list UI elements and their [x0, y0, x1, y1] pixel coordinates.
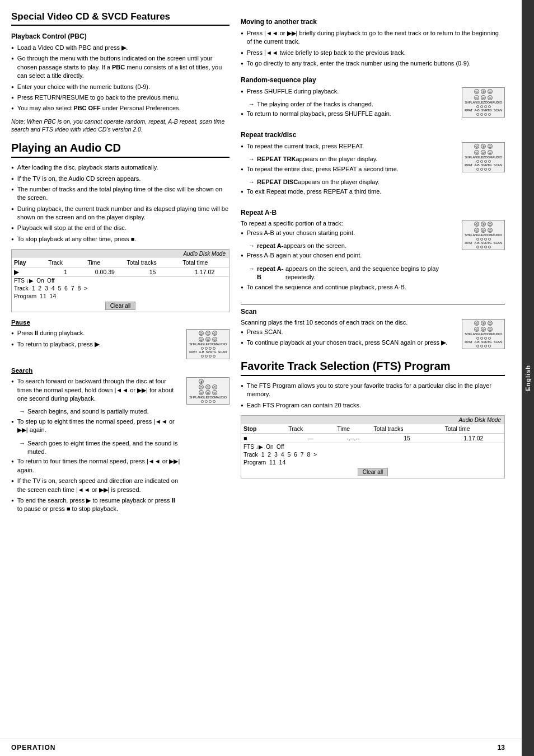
ss-btn: ⊙ [488, 95, 493, 100]
audio-item-5: Playback will stop at the end of the dis… [17, 224, 127, 232]
total-time-value: 1.17.02 [180, 267, 229, 277]
list-item: Press SCAN. [241, 328, 456, 336]
list-item: To search forward or backward through th… [11, 377, 181, 403]
search-list3: To return to four times the normal speed… [11, 457, 181, 513]
pause-title: Pause [11, 319, 229, 326]
language-label: English [524, 365, 531, 391]
list-item: Press A-B at your chosen starting point. [241, 229, 456, 237]
list-item: Press |◄◄ twice briefly to step back to … [241, 49, 505, 57]
clear-all-button[interactable]: Clear all [105, 302, 136, 310]
total-tracks-value: 15 [125, 267, 181, 277]
ss-dot [213, 347, 216, 350]
ss-dot [488, 345, 491, 348]
fts-time-value: -.--.-- [335, 433, 371, 443]
repeat-ab-item-2: Press A-B again at your chosen end point… [247, 251, 362, 260]
pbc-list: Load a Video CD with PBC and press ▶. Go… [11, 44, 229, 113]
scan-panel: Scanning plays the first 10 seconds of e… [241, 319, 505, 352]
search-item-4: If the TV is on, search speed and direct… [17, 477, 181, 494]
left-column: Special Video CD & SVCD Features Playbac… [11, 11, 229, 745]
ss-btn: ⊙ [488, 321, 493, 326]
ss-btn: ⊙ [488, 228, 493, 233]
ss-btn: ⊙ [474, 228, 479, 233]
repeat-item-3: To exit Repeat mode, press REPEAT a thir… [247, 187, 381, 196]
time-value: 0.00.39 [85, 267, 124, 277]
table-row: Clear all [241, 466, 504, 478]
random-play-text: Press SHUFFLE during playback. The playi… [241, 87, 456, 123]
random-play-title: Random-sequence play [241, 76, 505, 84]
random-remote-display: ⊙ ① ⊙ ⊙ ⊖ ⊙ SHFLANGLEZOOMAUDIO [462, 87, 505, 118]
list-item: To go directly to any track, enter the t… [241, 59, 505, 68]
fts-clear-all-button[interactable]: Clear all [358, 468, 388, 476]
total-time-header: Total time [443, 424, 504, 434]
list-item: Press II during playback. [11, 329, 181, 337]
table-row: Track 1 2 3 4 5 6 7 8 > [12, 284, 229, 292]
pause-remote-display: ⊙ ① ⊙ ⊙ ⊖ ⊙ SHFLANGLEZOO [186, 329, 229, 359]
ss-btn: ⊙ [488, 144, 493, 149]
ss-btn: ⊙ [199, 331, 204, 336]
ss-bottom-dots [465, 168, 502, 171]
ss-btn: ⊙ [212, 384, 217, 389]
ss-dot [213, 355, 216, 358]
ss-btn: ① [481, 222, 486, 227]
search-panel: To search forward or backward through th… [11, 377, 229, 518]
ss-btn: ⊙ [474, 222, 479, 227]
ss-dot [209, 400, 212, 403]
list-item: If the TV is on, the Audio CD screen app… [11, 175, 229, 183]
repeat-ab-list: Press A-B at your chosen starting point. [241, 229, 456, 237]
list-item: Press RETURN/RESUME to go back to the pr… [11, 93, 229, 102]
ss-btn: ⊙ [199, 337, 204, 342]
list-item: To step up to eight times the normal spe… [11, 417, 181, 435]
right-column: Moving to another track Press |◄◄ or ▶▶|… [241, 11, 505, 745]
repeat-ab-intro: To repeat a specific portion of a track: [241, 220, 456, 227]
ss-bottom-labels: RPATA-BSVRTGSCAN [189, 350, 227, 354]
pause-item-1: Press II during playback. [17, 329, 85, 337]
ss-btn: ⊙ [474, 327, 479, 332]
list-item: To end the search, press ▶ to resume pla… [11, 496, 181, 514]
ss-dots [465, 105, 502, 108]
moving-track-section: Moving to another track Press |◄◄ or ▶▶|… [241, 18, 505, 68]
scan-list: Press SCAN. To continue playback at your… [241, 328, 456, 348]
ss-dot [484, 238, 487, 241]
pbc-item-1: Load a Video CD with PBC and press ▶. [17, 44, 128, 52]
repeat-ab-panel: To repeat a specific portion of a track:… [241, 220, 505, 296]
audio-cd-list: After loading the disc, playback starts … [11, 163, 229, 243]
list-item: Enter your choice with the numeric butto… [11, 83, 229, 91]
ss-dot [480, 238, 483, 241]
search-item-1: To search forward or backward through th… [17, 377, 181, 403]
repeat-ab-arrow-2: repeat A-B appears on the screen, and th… [249, 265, 456, 282]
ss-btn: ⊙ [488, 150, 493, 155]
audio-disk-mode-label: Audio Disk Mode [12, 250, 229, 258]
random-item-1: Press SHUFFLE during playback. [247, 87, 339, 96]
fts-row-value: FTS ↓▶ On Off [12, 277, 85, 285]
ss-dot [476, 160, 479, 163]
ss-dot [484, 105, 487, 108]
moving-track-title: Moving to another track [241, 18, 505, 26]
ss-labels: SHFLANGLEZOOMAUDIO [189, 396, 227, 399]
pbc-title: Playback Control (PBC) [11, 32, 229, 40]
fts-section: Favorite Track Selection (FTS) Program T… [241, 360, 505, 478]
repeat-track-section: Repeat track/disc To repeat the current … [241, 131, 505, 201]
stop-symbol: ■ [241, 433, 286, 443]
list-item: Go through the menu with the buttons ind… [11, 54, 229, 80]
repeat-ab-text: To repeat a specific portion of a track:… [241, 220, 456, 296]
ss-dot [205, 355, 208, 358]
footer-section: Operation [11, 744, 498, 752]
pause-section: Pause Press II during playback. To retur… [11, 319, 229, 359]
table-row: ■ — -.--.-- 15 1.17.02 [241, 433, 504, 443]
section-audio-cd: Playing an Audio CD After loading the di… [11, 142, 229, 518]
language-tab: English [522, 0, 534, 756]
random-item-2: To return to normal playback, press SHUF… [247, 110, 391, 118]
pbc-item-3: Enter your choice with the numeric butto… [17, 83, 150, 91]
ss-btn: ⊙ [488, 89, 493, 94]
repeat-remote-display: ⊙ ① ⊙ ⊙ ⊖ ⊙ SHFLANGLEZOOMAUDIO [462, 142, 505, 172]
ss-labels: SHFLANGLEZOOMAUDIO [465, 101, 502, 104]
fts-title: Favorite Track Selection (FTS) Program [241, 360, 505, 376]
moving-item-3: To go directly to any track, enter the t… [247, 59, 471, 68]
ss-btn: ① [205, 384, 210, 389]
total-tracks-header: Total tracks [371, 424, 442, 434]
ss-dot [488, 337, 491, 340]
ss-btn: ⊖ [481, 95, 486, 100]
ss-bottom-dots [465, 246, 502, 248]
repeat-ab-title: Repeat A-B [241, 209, 505, 217]
ss-btn: ⊙ [488, 222, 493, 227]
